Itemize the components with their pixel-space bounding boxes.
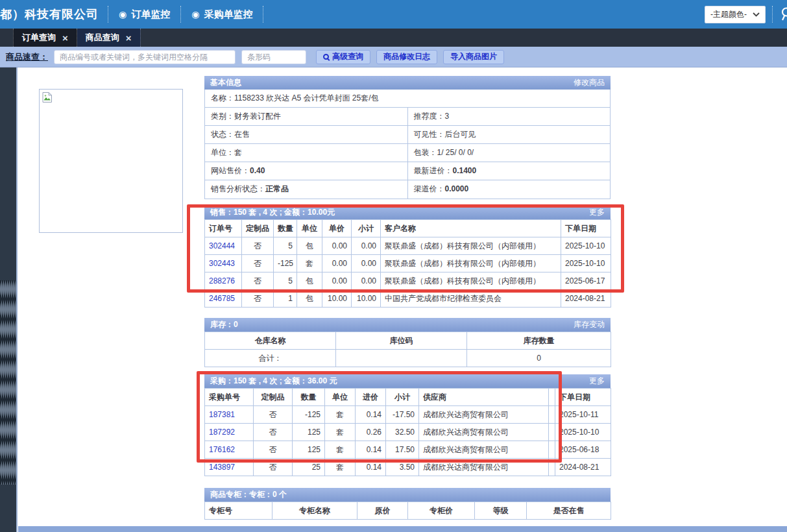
table-row: 246785否1包10.0010.00中国共产党成都市纪律检查委员会2024-0… — [205, 290, 611, 308]
column-header: 原价 — [357, 502, 408, 520]
collapsed-sidebar-items[interactable] — [0, 280, 16, 485]
divider — [772, 6, 773, 23]
info-field: 包装：1/ 25/ 0/ 0/ — [407, 144, 611, 162]
inventory-panel: 库存：0 库存变动 仓库名称库位码库存数量 合计：0 — [204, 318, 611, 367]
table-cell[interactable]: 176162 — [205, 441, 254, 459]
table-cell: 0.00 — [322, 237, 352, 255]
purchase-order-link[interactable]: 176162 — [209, 445, 235, 454]
topnav-purchase-monitor[interactable]: ◉ 采购单监控 — [180, 6, 263, 23]
field-value: 0.0000 — [445, 184, 469, 193]
table-row: 302443否-125套0.000.00聚联鼎盛（成都）科技有限公司（内部领用）… — [205, 255, 611, 272]
table-cell: 125 — [293, 441, 325, 459]
column-header: 小计 — [386, 389, 419, 406]
column-header: 仓库名称 — [205, 332, 336, 350]
tab-label: 订单查询 — [22, 32, 56, 43]
column-header: 采购单号 — [205, 389, 254, 406]
search-icon[interactable] — [779, 6, 787, 23]
table-cell: 套 — [325, 406, 356, 424]
table-row: 302444否5包0.000.00聚联鼎盛（成都）科技有限公司（内部领用）202… — [205, 237, 611, 255]
purchase-order-link[interactable]: 187381 — [209, 410, 235, 419]
table-cell[interactable]: 288276 — [205, 272, 242, 290]
modify-product-link[interactable]: 修改商品 — [574, 76, 605, 90]
table-cell: 套 — [325, 424, 356, 441]
table-cell[interactable]: 187292 — [205, 424, 254, 441]
order-link[interactable]: 302443 — [209, 259, 235, 268]
panel-title: 销售：150 套 , 4 次 ; 金额：10.00元 — [210, 206, 335, 219]
tab-label: 商品查询 — [86, 32, 119, 43]
table-cell: 2024-08-21 — [555, 459, 611, 476]
field-value: 0.40 — [250, 166, 265, 175]
column-header: 供应商 — [419, 389, 549, 406]
column-header: 是否在售 — [527, 502, 611, 520]
table-cell[interactable]: 246785 — [205, 290, 242, 308]
modify-log-button[interactable]: 商品修改日志 — [376, 50, 437, 64]
order-link[interactable]: 288276 — [209, 276, 235, 285]
table-cell: 5 — [274, 237, 297, 255]
column-header: 订单号 — [205, 220, 242, 237]
topnav-order-monitor[interactable]: ◉ 订单监控 — [108, 6, 180, 23]
table-cell: 否 — [254, 406, 293, 424]
inventory-header: 库存：0 库存变动 — [204, 318, 611, 332]
table-cell[interactable]: 143897 — [205, 459, 254, 476]
table-cell[interactable]: 187381 — [205, 406, 254, 424]
table-cell: 否 — [254, 441, 293, 459]
column-header: 单位 — [297, 220, 322, 237]
table-row: 143897否25套0.143.50成都欣兴达商贸有限公司2024-08-21 — [205, 459, 611, 476]
table-cell[interactable]: 302443 — [205, 255, 242, 272]
purchase-order-link[interactable]: 187292 — [209, 428, 235, 437]
close-icon[interactable]: × — [126, 33, 132, 43]
topnav-label: 采购单监控 — [204, 8, 252, 21]
table-cell: 0.14 — [356, 441, 386, 459]
table-cell[interactable]: 302444 — [205, 237, 242, 255]
field-label: 最新进价： — [414, 166, 453, 175]
tab-order-query[interactable]: 订单查询 × — [13, 29, 77, 47]
sales-panel: 销售：150 套 , 4 次 ; 金额：10.00元 更多 订单号定制品数量单位… — [204, 206, 611, 308]
purchase-more-link[interactable]: 更多 — [589, 374, 605, 388]
table-cell — [549, 406, 555, 424]
button-label: 商品修改日志 — [383, 51, 430, 62]
table-cell: 包 — [297, 237, 322, 255]
barcode-input[interactable] — [241, 50, 306, 64]
table-cell: 125 — [293, 424, 325, 441]
info-field: 推荐度：3 — [407, 108, 611, 125]
import-images-button[interactable]: 导入商品图片 — [443, 50, 504, 64]
sales-more-link[interactable]: 更多 — [589, 206, 605, 219]
table-cell: 0.00 — [322, 255, 352, 272]
keyword-input[interactable] — [54, 50, 236, 64]
column-header: 单价 — [322, 220, 352, 237]
close-icon[interactable]: × — [62, 33, 68, 43]
column-header: 定制品 — [254, 389, 293, 406]
table-cell: 否 — [254, 459, 293, 476]
inventory-movement-link[interactable]: 库存变动 — [574, 318, 605, 332]
table-cell: 0.14 — [356, 406, 386, 424]
page: 都）科技有限公司 ◉ 订单监控 ◉ 采购单监控 -主题颜色- 订单查询 × 商品… — [0, 0, 787, 532]
table-cell: 2024-08-21 — [561, 290, 611, 308]
info-field: 渠道价：0.0000 — [407, 180, 611, 199]
theme-color-select[interactable]: -主题颜色- — [705, 6, 766, 23]
table-cell: 2025-06-17 — [561, 272, 611, 290]
field-value: 财务装订配件 — [234, 112, 281, 121]
quick-search-bar: 商品速查： 高级查询 商品修改日志 导入商品图片 — [0, 47, 787, 67]
table-cell: 成都欣兴达商贸有限公司 — [419, 459, 549, 476]
table-cell: 0.00 — [352, 272, 381, 290]
column-header: 小计 — [352, 220, 381, 237]
tab-bar: 订单查询 × 商品查询 × — [0, 29, 787, 47]
tab-product-query[interactable]: 商品查询 × — [77, 29, 141, 47]
column-header: 数量 — [293, 389, 325, 406]
info-row: 网站售价：0.40最新进价：0.1400 — [205, 162, 610, 180]
order-link[interactable]: 246785 — [209, 294, 235, 303]
table-cell: 1 — [274, 290, 297, 308]
table-cell — [549, 424, 555, 441]
column-header: 专柜价 — [408, 502, 475, 520]
table-cell: 2025-10-10 — [561, 255, 611, 272]
info-field: 状态：在售 — [205, 126, 407, 143]
advanced-search-button[interactable]: 高级查询 — [316, 50, 370, 64]
panel-title: 基本信息 — [210, 76, 241, 90]
order-link[interactable]: 302444 — [209, 241, 235, 250]
field-value: 1/ 25/ 0/ 0/ — [437, 148, 474, 157]
table-cell: 聚联鼎盛（成都）科技有限公司（内部领用） — [381, 272, 561, 290]
purchase-order-link[interactable]: 143897 — [209, 463, 235, 472]
table-cell — [549, 459, 555, 476]
table-cell: 3.50 — [386, 459, 419, 476]
divider — [263, 6, 263, 23]
